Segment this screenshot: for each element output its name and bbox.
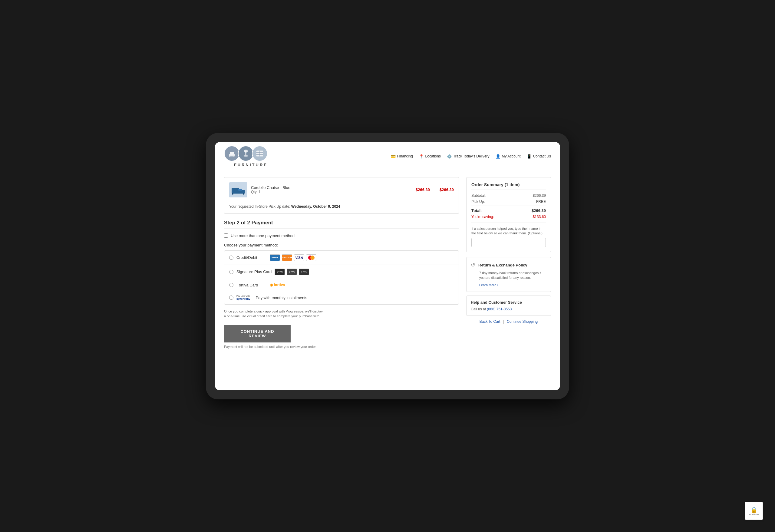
policy-card: ↺ Return & Exchange Policy 7 day money-b… bbox=[466, 257, 551, 292]
saving-value: $133.60 bbox=[533, 215, 546, 219]
brand-name: FURNITURE bbox=[234, 162, 268, 167]
nav-track-delivery[interactable]: ⚙️ Track Today's Delivery bbox=[447, 154, 490, 159]
policy-header: ↺ Return & Exchange Policy bbox=[471, 261, 547, 268]
amex-icon: AMEX bbox=[270, 254, 280, 261]
summary-saving-row: You're saving: $133.60 bbox=[471, 215, 546, 219]
synchrony-badge: Pay Later with synchrony bbox=[236, 295, 250, 301]
pickup-value: FREE bbox=[536, 199, 546, 204]
sig-card-2: SYNC bbox=[287, 269, 297, 275]
summary-subtotal-row: Subtotal: $266.39 bbox=[471, 193, 546, 198]
logo-icon-3 bbox=[252, 146, 268, 161]
payment-option-credit[interactable]: Credit/Debit AMEX DISCOVER VISA bbox=[224, 251, 459, 265]
svg-rect-12 bbox=[231, 188, 239, 190]
recaptcha-badge: 🔒 reCAPTCHA bbox=[745, 502, 763, 520]
payment-radio-synchrony[interactable] bbox=[229, 296, 233, 300]
order-summary-title: Order Summary (1 item) bbox=[471, 182, 546, 190]
payment-label-credit: Credit/Debit bbox=[236, 255, 267, 260]
multi-payment-row[interactable]: Use more than one payment method bbox=[224, 233, 459, 238]
policy-title: Return & Exchange Policy bbox=[478, 263, 527, 268]
payment-radio-signature[interactable] bbox=[229, 270, 233, 274]
salesperson-section: If a sales person helped you, type their… bbox=[471, 222, 546, 247]
payment-options: Credit/Debit AMEX DISCOVER VISA bbox=[224, 250, 459, 305]
financing-icon: 💳 bbox=[391, 154, 396, 159]
subtotal-value: $266.39 bbox=[533, 193, 546, 198]
sig-card-1: SYNC bbox=[274, 269, 285, 275]
svg-point-6 bbox=[243, 155, 248, 156]
visa-icon: VISA bbox=[294, 254, 304, 261]
logo: FURNITURE bbox=[224, 146, 268, 167]
footer-separator: | bbox=[503, 320, 504, 324]
nav-contact-us[interactable]: 📱 Contact Us bbox=[527, 154, 551, 159]
header: FURNITURE 💳 Financing 📍 Locations ⚙️ Tra… bbox=[215, 142, 560, 171]
product-details: Cordelle Chaise - Blue Qty: 1 bbox=[251, 185, 412, 194]
payment-label-fortiva: Fortiva Card bbox=[236, 283, 267, 287]
policy-learn-more-link[interactable]: Learn More › bbox=[479, 283, 498, 287]
sig-card-3: SYNC bbox=[299, 269, 309, 275]
mastercard-icon bbox=[306, 254, 316, 261]
contact-icon: 📱 bbox=[527, 154, 532, 159]
track-icon: ⚙️ bbox=[447, 154, 452, 159]
fortiva-logo: ◉ fortiva bbox=[270, 283, 285, 287]
svg-rect-5 bbox=[245, 151, 246, 155]
svg-rect-14 bbox=[243, 193, 244, 194]
nav-my-account[interactable]: 👤 My Account bbox=[496, 154, 521, 159]
pickup-date: Wednesday, October 9, 2024 bbox=[291, 204, 340, 208]
signature-card-icons: SYNC SYNC SYNC bbox=[274, 269, 309, 275]
saving-label: You're saving: bbox=[471, 215, 494, 219]
total-label: Total: bbox=[471, 208, 482, 213]
payment-option-signature[interactable]: Signature Plus Card SYNC SYNC SYNC bbox=[224, 265, 459, 279]
multi-payment-checkbox[interactable] bbox=[224, 233, 228, 238]
discover-icon: DISCOVER bbox=[282, 254, 292, 261]
pickup-info: Your requested In-Store Pick Up date: We… bbox=[229, 201, 454, 208]
policy-text: 7 day money-back returns or exchanges if… bbox=[479, 271, 547, 280]
multi-payment-label: Use more than one payment method bbox=[231, 233, 294, 238]
right-panel: Order Summary (1 item) Subtotal: $266.39… bbox=[466, 177, 551, 349]
summary-pickup-row: Pick Up: FREE bbox=[471, 199, 546, 204]
logo-icon-2 bbox=[238, 146, 254, 161]
payment-radio-credit[interactable] bbox=[229, 255, 233, 260]
svg-rect-3 bbox=[234, 156, 234, 157]
help-card: Help and Customer Service Call us at (88… bbox=[466, 296, 551, 316]
nav-links: 💳 Financing 📍 Locations ⚙️ Track Today's… bbox=[391, 154, 551, 159]
payment-method-label: Choose your payment method: bbox=[224, 243, 459, 247]
svg-rect-2 bbox=[229, 156, 230, 157]
help-phone-link[interactable]: (888) 751-8553 bbox=[487, 307, 512, 311]
nav-financing[interactable]: 💳 Financing bbox=[391, 154, 413, 159]
subtotal-label: Subtotal: bbox=[471, 193, 486, 198]
product-final-price: $266.39 bbox=[440, 187, 454, 192]
return-policy-icon: ↺ bbox=[471, 261, 475, 268]
progressive-note: Once you complete a quick approval with … bbox=[224, 309, 459, 319]
account-icon: 👤 bbox=[496, 154, 501, 159]
product-name: Cordelle Chaise - Blue bbox=[251, 185, 412, 190]
product-card: Cordelle Chaise - Blue Qty: 1 $266.39 $2… bbox=[224, 177, 459, 214]
continue-shopping-link[interactable]: Continue Shopping bbox=[507, 320, 538, 324]
footer-links: Back To Cart | Continue Shopping bbox=[466, 320, 551, 324]
payment-submission-note: Payment will not be submitted until afte… bbox=[224, 345, 459, 349]
payment-option-fortiva[interactable]: Fortiva Card ◉ fortiva bbox=[224, 279, 459, 291]
salesperson-text: If a sales person helped you, type their… bbox=[471, 226, 546, 236]
pickup-label: Pick Up: bbox=[471, 199, 485, 204]
logo-icon-1 bbox=[224, 146, 240, 161]
credit-card-icons: AMEX DISCOVER VISA bbox=[270, 254, 316, 261]
total-value: $266.39 bbox=[532, 208, 546, 213]
location-icon: 📍 bbox=[419, 154, 424, 159]
product-original-price: $266.39 bbox=[416, 187, 430, 192]
payment-radio-fortiva[interactable] bbox=[229, 283, 233, 287]
product-image bbox=[229, 182, 247, 197]
recaptcha-icon: 🔒 bbox=[750, 506, 758, 514]
order-summary: Order Summary (1 item) Subtotal: $266.39… bbox=[466, 177, 551, 252]
svg-rect-1 bbox=[230, 152, 234, 154]
back-to-cart-link[interactable]: Back To Cart bbox=[480, 320, 500, 324]
payment-option-synchrony[interactable]: Pay Later with synchrony Pay with monthl… bbox=[224, 291, 459, 304]
help-text: Call us at (888) 751-8553 bbox=[471, 307, 547, 311]
svg-rect-13 bbox=[232, 193, 233, 194]
svg-rect-15 bbox=[238, 189, 242, 190]
salesperson-input[interactable] bbox=[471, 238, 546, 247]
nav-locations[interactable]: 📍 Locations bbox=[419, 154, 441, 159]
left-panel: Cordelle Chaise - Blue Qty: 1 $266.39 $2… bbox=[224, 177, 459, 349]
product-qty: Qty: 1 bbox=[251, 190, 412, 194]
payment-label-synchrony: Pay with monthly installments bbox=[256, 296, 307, 300]
help-title: Help and Customer Service bbox=[471, 300, 547, 305]
payment-label-signature: Signature Plus Card bbox=[236, 270, 271, 274]
continue-review-button[interactable]: CONTINUE AND REVIEW bbox=[224, 325, 291, 343]
